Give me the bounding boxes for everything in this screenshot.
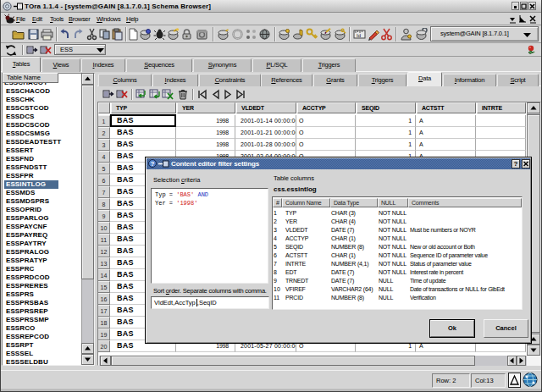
svg-text:?: ? bbox=[151, 160, 155, 168]
svg-text:Id: Id bbox=[357, 33, 361, 38]
